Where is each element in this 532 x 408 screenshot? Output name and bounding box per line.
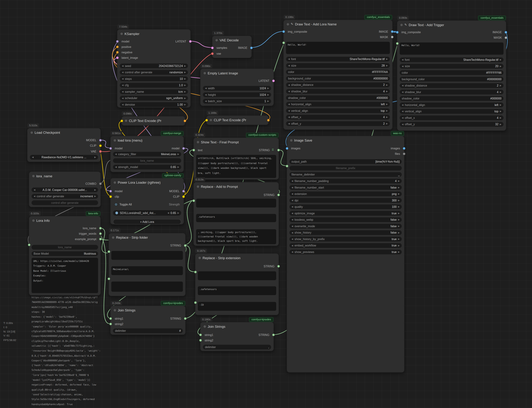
node-clip-text-encode-2[interactable]: 1.169sCLIP Text Encode (Pr	[206, 115, 269, 125]
collapse-dot[interactable]	[125, 119, 127, 122]
collapse-dot[interactable]	[287, 23, 289, 25]
decrement-arrow[interactable]: ◀	[288, 122, 290, 125]
increment-arrow[interactable]: ▶	[178, 212, 179, 214]
widget-shadow-distance[interactable]: ◀shadow_distance2▶	[286, 83, 390, 87]
decrement-arrow[interactable]: ◀	[291, 244, 293, 247]
widget-scheduler[interactable]: ◀schedulersgm_uniform▶	[120, 96, 188, 101]
widget-quality[interactable]: ◀quality100▶	[289, 204, 402, 209]
widget-offset-y[interactable]: ◀offset_y2▶	[286, 121, 390, 126]
input-input-dot[interactable]	[194, 271, 197, 273]
increment-arrow[interactable]: ▶	[267, 87, 269, 90]
MODEL-output-dot[interactable]	[182, 190, 185, 193]
decrement-arrow[interactable]: ◀	[291, 231, 293, 234]
decrement-arrow[interactable]: ◀	[402, 91, 403, 94]
show-text-final-prompt-titlebar[interactable]: Show Text - Final Prompt	[194, 138, 278, 146]
decrement-arrow[interactable]: ◀	[291, 186, 293, 189]
vae-input-dot[interactable]	[211, 52, 214, 55]
STRING-output-dot[interactable]	[277, 194, 280, 196]
increment-arrow[interactable]: ▶	[178, 153, 179, 155]
increment-arrow[interactable]: ▶	[386, 64, 388, 67]
widget-text-box-3[interactable]	[111, 281, 183, 292]
decrement-arrow[interactable]: ◀	[288, 103, 290, 106]
widget-font[interactable]: ◀fontShareTechMono-Regular.ttf▶	[286, 57, 390, 61]
CLIP-output-dot[interactable]	[99, 144, 102, 147]
collapse-dot[interactable]	[400, 24, 403, 26]
increment-arrow[interactable]: ▶	[386, 84, 388, 86]
widget-seed[interactable]: ◀seed204243366732124▶	[120, 64, 188, 68]
files-output-dot[interactable]	[403, 153, 405, 155]
replace-strip-extension-titlebar[interactable]: Replace - Strip extension	[196, 254, 278, 262]
CLIP-output-dot[interactable]	[182, 195, 185, 198]
STRING-output-dot[interactable]	[272, 334, 275, 336]
widget-lora-name-input[interactable]: lora_name	[32, 245, 98, 250]
draw-text-add-lora-name-titlebar[interactable]: ✎Draw Text - Add Lora Name	[284, 20, 392, 28]
increment-arrow[interactable]: ▶	[184, 84, 186, 86]
widget-delimiter[interactable]: delimiter#	[113, 328, 183, 333]
decrement-arrow[interactable]: ◀	[122, 97, 123, 100]
decrement-arrow[interactable]: ◀	[205, 87, 206, 90]
node-lora-name[interactable]: lora_nameCOMBO◀A.D.M. Cooper Car-000008.…	[29, 171, 101, 207]
collapse-dot[interactable]	[290, 139, 293, 141]
img_composite-input-dot[interactable]	[396, 31, 399, 34]
increment-arrow[interactable]: ▶	[500, 65, 501, 68]
decrement-arrow[interactable]: ◀	[122, 84, 123, 86]
MASK-output-dot[interactable]	[504, 36, 507, 39]
node-ksampler[interactable]: 7.534sKSamplermodelpositivenegativelaten…	[117, 29, 191, 108]
widget-add-lora-button[interactable]: + Add Lora	[113, 219, 181, 224]
decrement-arrow[interactable]: ◀	[288, 58, 290, 60]
widget-text[interactable]: Hello, World!	[286, 42, 390, 54]
widget-text-box-1[interactable]	[111, 251, 183, 260]
increment-arrow[interactable]: ▶	[386, 110, 388, 112]
widget-toggle-all[interactable]: Toggle AllStrength	[113, 202, 181, 207]
widget-lora-name[interactable]: lora_name	[113, 158, 181, 163]
draw-text-add-trigger-titlebar[interactable]: ✎Draw Text - Add Trigger	[397, 21, 506, 29]
input-input-dot[interactable]	[107, 250, 110, 253]
collapse-dot[interactable]	[114, 139, 116, 141]
widget-find-text[interactable]	[196, 199, 276, 208]
images-input-dot[interactable]	[286, 147, 288, 150]
widget-filename-delimiter[interactable]: filename_delimiter_	[289, 172, 402, 177]
clip-input-dot[interactable]	[109, 195, 112, 198]
toggle-icon[interactable]	[115, 211, 118, 215]
widget-output-path[interactable]: output_path[time(%Y-%m-%d)]	[289, 159, 402, 164]
widget-control-after-generate[interactable]: ◀control after generaterandomize▶	[120, 70, 188, 75]
increment-arrow[interactable]: ▶	[500, 91, 501, 94]
replace-add-to-prompt-titlebar[interactable]: Replace - Add to Prompt	[194, 182, 278, 191]
increment-arrow[interactable]: ▶	[398, 225, 400, 228]
input-input-dot[interactable]	[28, 244, 31, 246]
widget-text-box-1[interactable]	[198, 271, 276, 280]
widget-category-filter[interactable]: ◀category_filterMeineLoras▶	[113, 152, 181, 156]
widget-horizontal-align[interactable]: ◀horizontal_alignleft▶	[400, 102, 504, 107]
widget-embed-workflow[interactable]: ◀embed_workflowtrue▶	[289, 243, 402, 248]
collapse-dot[interactable]	[197, 185, 199, 188]
input-input-dot[interactable]	[282, 41, 285, 44]
widget-shadow-distance[interactable]: ◀shadow_distance2▶	[400, 83, 504, 88]
input-input-dot[interactable]	[194, 301, 197, 304]
widget-size[interactable]: ◀size20▶	[400, 64, 504, 68]
input-input-dot[interactable]	[286, 165, 288, 168]
collapse-dot[interactable]	[198, 257, 201, 259]
decrement-arrow[interactable]: ◀	[122, 77, 123, 80]
STRING-output-dot[interactable]	[277, 149, 280, 152]
collapse-dot[interactable]	[32, 219, 35, 221]
trigger_words-output-dot[interactable]	[99, 232, 102, 235]
decrement-arrow[interactable]: ◀	[122, 90, 123, 93]
collapse-dot[interactable]	[197, 141, 199, 143]
collapse-dot[interactable]	[114, 181, 116, 184]
widget-color[interactable]: color#FFFFFF66	[400, 70, 504, 75]
text-input-dot[interactable]	[192, 149, 195, 152]
widget-batch-size[interactable]: ◀batch_size1▶	[203, 99, 271, 104]
STRING-output-dot[interactable]	[277, 265, 280, 268]
decrement-arrow[interactable]: ◀	[402, 123, 403, 126]
increment-arrow[interactable]: ▶	[500, 123, 501, 126]
increment-arrow[interactable]: ▶	[500, 117, 501, 119]
model-output-dot[interactable]	[182, 147, 185, 150]
load-checkpoint-titlebar[interactable]: Load Checkpoint	[28, 128, 100, 136]
node-lora-info[interactable]: 0.320slora-infoLora Infolora_nametrigger…	[29, 216, 101, 296]
widget-overwrite-mode[interactable]: ◀overwrite_modefalse▶	[289, 224, 402, 229]
MASK-output-dot[interactable]	[391, 35, 394, 38]
empty-latent-image-titlebar[interactable]: Empty Latent Image	[201, 69, 273, 77]
collapse-dot[interactable]	[204, 72, 206, 74]
widget-strength-model[interactable]: ◀strength_model0.65▶	[113, 165, 181, 170]
node-join-strings-1[interactable]: 0.243scomfyui-kjnodesJoin Stringsstring1…	[110, 306, 186, 335]
